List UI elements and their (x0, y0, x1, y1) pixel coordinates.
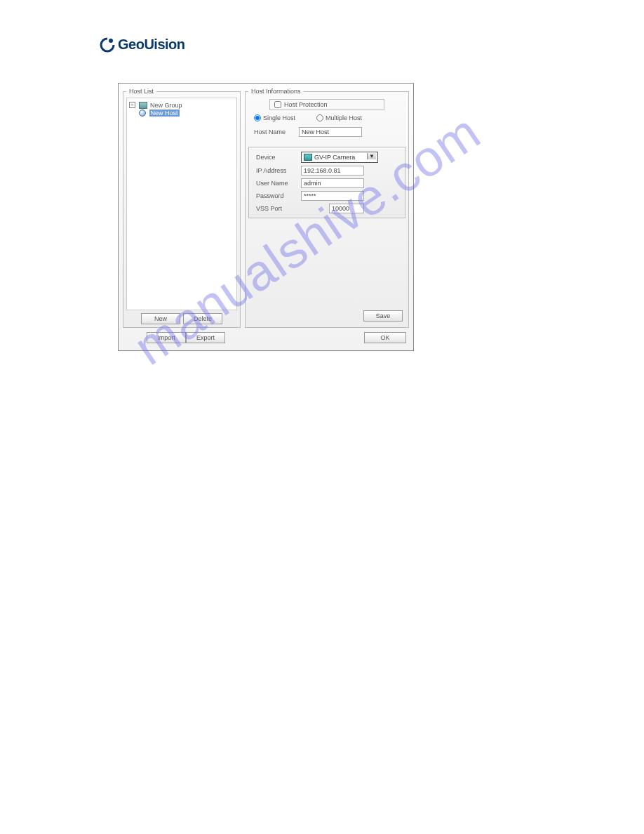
brand-name: GeoUision (118, 37, 185, 53)
new-button[interactable]: New (141, 313, 180, 324)
password-input[interactable] (301, 191, 364, 201)
import-button[interactable]: Import (147, 332, 186, 343)
single-host-radio[interactable] (254, 114, 261, 121)
host-tree[interactable]: − New Group New Host (126, 98, 237, 310)
host-info-legend: Host Informations (248, 88, 304, 95)
host-protection-row: Host Protection (269, 99, 384, 110)
device-value: GV-IP Camera (314, 154, 355, 161)
device-section: Device GV-IP Camera IP Address User Name… (248, 147, 405, 218)
ok-button[interactable]: OK (364, 332, 406, 343)
host-mode-row: Single Host Multiple Host (248, 113, 405, 123)
tree-host-label: New Host (149, 110, 180, 117)
host-protection-checkbox[interactable] (274, 101, 281, 108)
single-host-label: Single Host (263, 114, 295, 121)
vss-port-input[interactable] (329, 204, 364, 213)
device-select[interactable]: GV-IP Camera (301, 152, 378, 163)
hostname-input[interactable] (299, 127, 362, 137)
tree-collapse-icon[interactable]: − (129, 102, 135, 108)
hostname-label: Host Name (248, 128, 299, 135)
tree-group-label: New Group (150, 102, 182, 109)
host-list-group: Host List − New Group New Host New Delet… (123, 88, 241, 328)
dialog-footer: Import Export OK (123, 332, 409, 343)
export-button[interactable]: Export (186, 332, 225, 343)
single-host-option[interactable]: Single Host (254, 114, 295, 121)
multiple-host-radio[interactable] (316, 114, 323, 121)
host-config-dialog: Host List − New Group New Host New Delet… (118, 83, 414, 351)
host-info-group: Host Informations Host Protection Single… (245, 88, 409, 328)
password-label: Password (250, 192, 301, 199)
username-input[interactable] (301, 178, 364, 188)
brand-icon (100, 37, 115, 53)
multiple-host-option[interactable]: Multiple Host (316, 114, 362, 121)
svg-point-0 (109, 39, 113, 43)
brand-logo: GeoUision (100, 37, 185, 53)
device-label: Device (250, 154, 301, 161)
host-protection-label: Host Protection (284, 101, 328, 108)
delete-button[interactable]: Delete (183, 313, 222, 324)
host-icon (139, 110, 146, 117)
save-button[interactable]: Save (363, 310, 403, 322)
vss-port-label: VSS Port (250, 205, 301, 212)
username-label: User Name (250, 180, 301, 187)
ip-label: IP Address (250, 167, 301, 174)
multiple-host-label: Multiple Host (326, 114, 362, 121)
tree-group-node[interactable]: − New Group (129, 101, 234, 109)
camera-icon (304, 154, 312, 161)
group-icon (139, 102, 147, 109)
ip-input[interactable] (301, 166, 364, 176)
tree-host-node[interactable]: New Host (139, 110, 234, 117)
host-list-legend: Host List (126, 88, 156, 95)
